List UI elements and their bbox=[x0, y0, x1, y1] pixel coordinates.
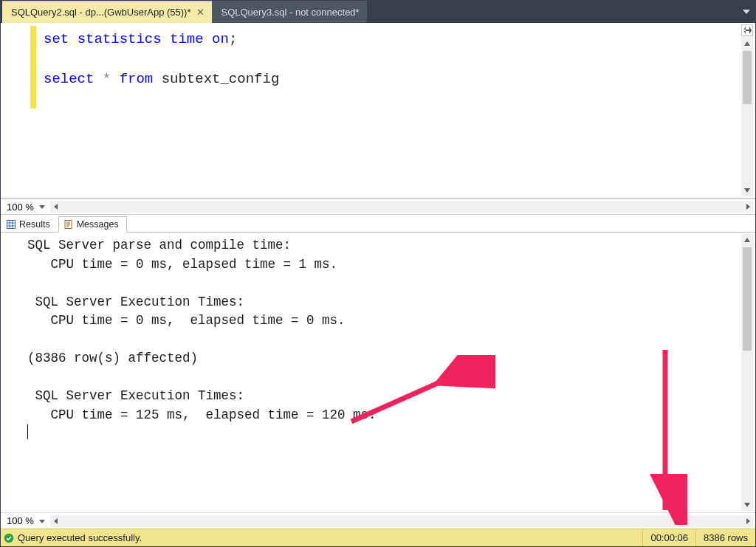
sql-editor-pane: set statistics time on; select * from su… bbox=[1, 23, 755, 199]
zoom-dropdown[interactable]: 100 % bbox=[1, 515, 49, 526]
status-text: Query executed successfully. bbox=[18, 532, 142, 543]
sql-editor[interactable]: set statistics time on; select * from su… bbox=[44, 30, 729, 89]
check-circle-icon bbox=[4, 533, 14, 543]
scroll-right-icon[interactable] bbox=[742, 515, 754, 527]
modified-indicator-bar bbox=[30, 26, 36, 109]
tab-messages[interactable]: Messages bbox=[58, 216, 127, 233]
tab-label: SQLQuery3.sql - not connected* bbox=[221, 7, 359, 18]
chevron-down-icon bbox=[38, 517, 46, 525]
document-tab-strip: SQLQuery2.sql - dp...(GwbUserApp (55))* … bbox=[1, 1, 755, 23]
svg-rect-0 bbox=[7, 221, 16, 229]
editor-zoom-bar: 100 % bbox=[1, 199, 755, 215]
results-label: Results bbox=[19, 219, 50, 230]
zoom-value: 100 % bbox=[7, 202, 34, 213]
chevron-down-icon bbox=[38, 203, 46, 210]
editor-horizontal-scrollbar[interactable] bbox=[50, 201, 754, 213]
messages-zoom-bar: 100 % bbox=[1, 512, 755, 529]
tab-sqlquery2[interactable]: SQLQuery2.sql - dp...(GwbUserApp (55))* … bbox=[2, 1, 212, 23]
scroll-down-icon[interactable] bbox=[741, 185, 753, 196]
scroll-up-icon[interactable] bbox=[741, 234, 753, 246]
svg-rect-1 bbox=[65, 221, 72, 229]
scroll-thumb[interactable] bbox=[743, 51, 752, 104]
editor-vertical-scrollbar[interactable] bbox=[741, 24, 754, 196]
scroll-left-icon[interactable] bbox=[50, 515, 62, 527]
table-icon bbox=[7, 220, 16, 229]
messages-horizontal-scrollbar[interactable] bbox=[50, 515, 754, 527]
split-view-handle-icon[interactable] bbox=[741, 24, 753, 36]
zoom-dropdown[interactable]: 100 % bbox=[1, 202, 49, 213]
result-tab-strip: Results Messages bbox=[1, 215, 755, 233]
svg-point-2 bbox=[4, 533, 13, 542]
scroll-down-icon[interactable] bbox=[741, 499, 753, 511]
scroll-left-icon[interactable] bbox=[50, 201, 62, 213]
messages-pane: SQL Server parse and compile time: CPU t… bbox=[1, 233, 755, 512]
messages-output[interactable]: SQL Server parse and compile time: CPU t… bbox=[27, 236, 733, 444]
status-elapsed: 00:00:06 bbox=[642, 529, 695, 546]
tab-overflow-dropdown[interactable] bbox=[738, 1, 755, 23]
close-icon[interactable]: ✕ bbox=[196, 7, 205, 17]
page-icon bbox=[64, 220, 73, 229]
tab-label: SQLQuery2.sql - dp...(GwbUserApp (55))* bbox=[11, 7, 190, 18]
messages-label: Messages bbox=[77, 219, 119, 230]
zoom-value: 100 % bbox=[7, 515, 34, 526]
scroll-up-icon[interactable] bbox=[741, 38, 753, 49]
scroll-thumb[interactable] bbox=[743, 247, 752, 351]
status-bar: Query executed successfully. 00:00:06 83… bbox=[1, 529, 755, 546]
tab-sqlquery3[interactable]: SQLQuery3.sql - not connected* bbox=[212, 1, 366, 23]
tab-results[interactable]: Results bbox=[1, 216, 58, 233]
messages-vertical-scrollbar[interactable] bbox=[741, 234, 754, 511]
status-rows: 8386 rows bbox=[695, 529, 755, 546]
scroll-right-icon[interactable] bbox=[742, 201, 754, 213]
